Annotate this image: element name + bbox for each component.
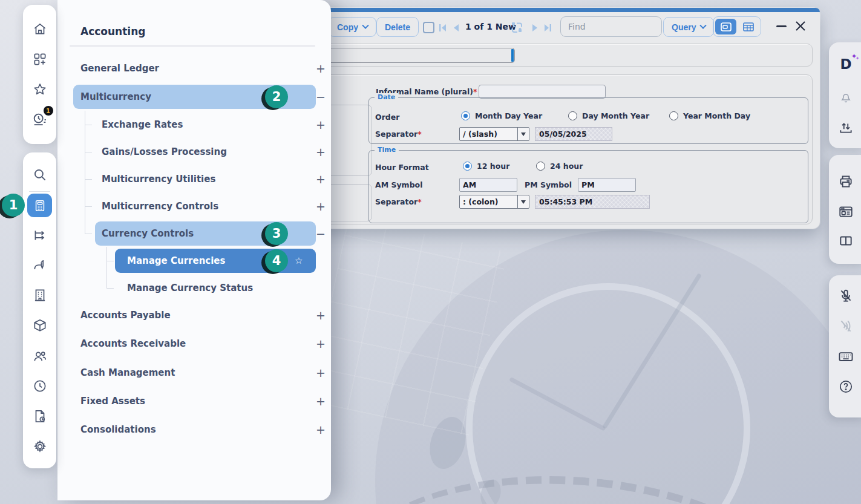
contacts-icon[interactable] bbox=[32, 349, 48, 364]
radio-month-day-year[interactable]: Month Day Year bbox=[461, 111, 542, 120]
notifications-icon[interactable] bbox=[839, 90, 853, 104]
expand-icon: + bbox=[315, 394, 327, 408]
last-record-button[interactable] bbox=[543, 23, 552, 33]
expand-icon: + bbox=[315, 62, 327, 75]
watermark-dashed-arc bbox=[324, 453, 844, 504]
favorite-star-icon[interactable]: ☆ bbox=[295, 255, 303, 266]
microphone-off-icon[interactable] bbox=[838, 288, 854, 304]
menu-item-manage-currency-status[interactable]: Manage Currency Status bbox=[115, 276, 316, 300]
radio-year-month-day[interactable]: Year Month Day bbox=[669, 111, 750, 120]
tree-line bbox=[85, 125, 92, 125]
pm-symbol-label: PM Symbol bbox=[525, 180, 572, 189]
menu-item-exchange-rates[interactable]: Exchange Rates + bbox=[95, 113, 315, 137]
apps-icon[interactable] bbox=[32, 51, 48, 67]
split-view-icon[interactable] bbox=[838, 233, 854, 249]
delete-button[interactable]: Delete bbox=[376, 17, 419, 37]
next-record-button[interactable] bbox=[530, 23, 540, 33]
favorites-icon[interactable] bbox=[32, 82, 48, 97]
collapse-icon: − bbox=[315, 227, 327, 240]
select-record-checkbox[interactable] bbox=[423, 22, 434, 33]
menu-item-multicurrency-controls[interactable]: Multicurrency Controls + bbox=[95, 194, 315, 218]
right-rail-top: D✦✦ bbox=[829, 42, 861, 148]
keyboard-icon[interactable] bbox=[837, 348, 854, 365]
dropdown-arrow-icon bbox=[517, 128, 529, 140]
left-rail-bottom bbox=[23, 152, 56, 468]
tree-line bbox=[106, 261, 114, 261]
date-preview-field: 05/05/2025 bbox=[535, 127, 612, 141]
menu-item-fixed-assets[interactable]: Fixed Assets + bbox=[73, 389, 315, 413]
expand-icon: + bbox=[315, 337, 327, 350]
expand-icon: + bbox=[315, 309, 327, 322]
expand-icon: + bbox=[315, 172, 327, 186]
chevron-down-icon bbox=[362, 22, 368, 28]
right-rail-middle bbox=[829, 155, 861, 264]
radio-selected-icon bbox=[463, 162, 472, 171]
signature-icon[interactable] bbox=[32, 257, 48, 273]
previous-record-button[interactable] bbox=[451, 23, 461, 33]
am-symbol-input[interactable] bbox=[459, 178, 517, 192]
history-icon[interactable]: 1 bbox=[31, 111, 48, 128]
voice-off-icon[interactable] bbox=[838, 318, 854, 334]
expand-icon: + bbox=[315, 145, 327, 159]
menu-item-accounts-payable[interactable]: Accounts Payable + bbox=[73, 303, 315, 327]
help-icon[interactable] bbox=[838, 379, 854, 394]
close-button[interactable] bbox=[794, 19, 807, 33]
informal-name-input[interactable] bbox=[479, 85, 606, 99]
step-badge-1: 1 bbox=[2, 194, 25, 217]
sparkle-icon: ✦ bbox=[856, 56, 860, 61]
step-badge-2: 2 bbox=[265, 85, 288, 108]
menu-item-cash-management[interactable]: Cash Management + bbox=[73, 361, 315, 385]
form-view-button[interactable] bbox=[715, 19, 736, 34]
watermark-dot bbox=[424, 413, 471, 473]
time-separator-select[interactable]: : (colon) bbox=[459, 195, 529, 209]
tree-line bbox=[85, 111, 85, 234]
time-preview-field: 05:45:53 PM bbox=[535, 195, 650, 209]
import-export-icon[interactable] bbox=[838, 120, 854, 136]
print-icon[interactable] bbox=[838, 174, 854, 189]
minimize-button[interactable] bbox=[776, 25, 787, 27]
menu-item-accounts-receivable[interactable]: Accounts Receivable + bbox=[73, 332, 315, 356]
home-icon[interactable] bbox=[32, 21, 48, 37]
assistant-button[interactable]: D✦✦ bbox=[840, 56, 851, 72]
accounting-module-button[interactable] bbox=[27, 194, 52, 217]
grid-view-button[interactable] bbox=[738, 19, 759, 34]
copy-button[interactable]: Copy bbox=[329, 17, 376, 37]
menu-item-general-ledger[interactable]: General Ledger + bbox=[73, 56, 315, 80]
expand-icon: + bbox=[315, 366, 327, 379]
radio-24-hour[interactable]: 24 hour bbox=[536, 162, 583, 171]
history-badge: 1 bbox=[44, 106, 53, 116]
search-icon[interactable] bbox=[32, 167, 48, 183]
time-icon[interactable] bbox=[32, 378, 48, 394]
step-badge-3: 3 bbox=[265, 222, 288, 245]
pm-symbol-input[interactable] bbox=[578, 178, 636, 192]
dropdown-arrow-icon bbox=[517, 195, 529, 208]
menu-item-consolidations[interactable]: Consolidations + bbox=[73, 417, 315, 442]
menu-title: Accounting bbox=[80, 25, 145, 38]
expand-icon: + bbox=[315, 118, 327, 131]
hour-format-label: Hour Format bbox=[375, 163, 429, 172]
radio-day-month-year[interactable]: Day Month Year bbox=[568, 111, 649, 120]
company-icon[interactable] bbox=[32, 287, 48, 303]
menu-divider bbox=[70, 45, 315, 47]
date-separator-select[interactable]: / (slash) bbox=[459, 127, 529, 141]
watermark-clock-hand bbox=[509, 377, 606, 431]
left-rail-top: 1 bbox=[23, 5, 56, 144]
distribution-icon[interactable] bbox=[32, 227, 48, 243]
menu-item-gains-losses-processing[interactable]: Gains/Losses Processing + bbox=[95, 140, 315, 164]
refresh-icon[interactable] bbox=[511, 21, 523, 34]
chevron-down-icon bbox=[700, 22, 707, 28]
inventory-icon[interactable] bbox=[32, 318, 48, 333]
query-button[interactable]: Query bbox=[663, 17, 714, 37]
watermark-clock bbox=[375, 230, 861, 504]
form-window-icon[interactable] bbox=[838, 204, 854, 220]
first-record-button[interactable] bbox=[438, 23, 448, 33]
tree-line bbox=[106, 247, 107, 288]
date-fieldset: Date Order Month Day Year Day Month Year… bbox=[368, 97, 808, 144]
reports-icon[interactable] bbox=[32, 408, 48, 424]
copy-label: Copy bbox=[337, 22, 358, 32]
settings-icon[interactable] bbox=[32, 439, 48, 454]
find-input[interactable] bbox=[560, 16, 662, 37]
radio-12-hour[interactable]: 12 hour bbox=[463, 162, 509, 171]
app-screen: Copy Delete 1 of 1 New bbox=[0, 0, 861, 504]
menu-item-multicurrency-utilities[interactable]: Multicurrency Utilities + bbox=[95, 167, 315, 191]
